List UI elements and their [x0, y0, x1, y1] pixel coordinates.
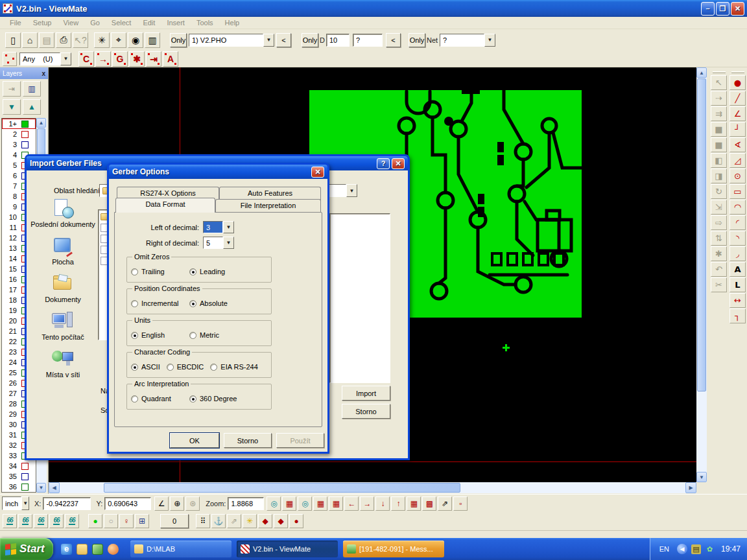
locate-origin-icon[interactable]: ⊛	[185, 496, 200, 511]
import-dialog-close-icon[interactable]: ✕	[392, 158, 405, 169]
layer-row[interactable]: 3	[2, 139, 36, 150]
cut-icon[interactable]: ✂	[711, 277, 727, 292]
task-alert[interactable]: [191-482-091] - Mess...	[343, 541, 444, 557]
draw-dimension-icon[interactable]: ↔	[729, 293, 746, 308]
horizontal-scroll-thumb[interactable]	[104, 483, 460, 493]
layer-scroll-down-icon[interactable]: ▼	[36, 483, 46, 493]
gerber-cancel-button[interactable]: Storno	[224, 433, 272, 448]
net-combo[interactable]: ?▼	[440, 34, 495, 47]
firefox-icon[interactable]	[108, 544, 119, 555]
right-of-decimal-combo[interactable]: 5▼	[203, 237, 234, 249]
print-icon[interactable]: ⎙	[56, 32, 71, 48]
toolbar-grip[interactable]	[713, 71, 726, 73]
menu-help[interactable]: Help	[219, 18, 246, 28]
layer-swatch[interactable]	[21, 473, 29, 480]
draw-arc-chord-icon[interactable]: ◞	[729, 246, 746, 261]
gerber-dialog-titlebar[interactable]: Gerber Options ✕	[109, 165, 327, 179]
layer-row[interactable]: 34	[2, 461, 36, 471]
nudge-icon[interactable]: ⇅	[711, 231, 727, 246]
scroll-down-icon[interactable]: ▼	[696, 472, 707, 482]
scroll-up-icon[interactable]: ▲	[696, 67, 707, 78]
crosshair-icon[interactable]: ⊕	[170, 496, 184, 511]
zoom-window-icon[interactable]: ◎	[298, 496, 312, 511]
pad-s-mode-icon[interactable]: ◆	[274, 514, 288, 528]
undo-curve-icon[interactable]: ↶	[711, 262, 727, 277]
minimize-button[interactable]: –	[701, 2, 715, 16]
collapse-tray-icon[interactable]: ◀	[677, 544, 687, 554]
layer-swatch[interactable]	[21, 141, 29, 148]
flip-horizontal-icon[interactable]: ◨	[711, 169, 727, 183]
toolbar-grip[interactable]	[731, 71, 744, 73]
place-recent-documents[interactable]: Poslední dokumenty	[30, 199, 95, 228]
move-dots-icon[interactable]: ⇉	[711, 106, 727, 121]
draw-pad-icon[interactable]: ●	[729, 75, 746, 90]
draw-text-icon[interactable]: A	[729, 262, 746, 277]
prev-dcode-button[interactable]: <	[386, 33, 401, 47]
measure-pin-icon[interactable]: ⌖	[111, 32, 126, 48]
place-documents[interactable]: Dokumenty	[30, 274, 95, 303]
vertical-scrollbar[interactable]: ▲ ▼	[696, 67, 707, 482]
move-circle-icon[interactable]: ⇢	[711, 91, 727, 106]
draw-corner-icon[interactable]: ┘	[729, 122, 746, 137]
draw-arc-icon[interactable]: ◠	[729, 200, 746, 215]
move-arrow-icon[interactable]: →	[95, 51, 111, 67]
import-cancel-button[interactable]: Storno	[342, 404, 390, 419]
dashed-move-icon[interactable]: ⇗	[227, 514, 241, 528]
ok-button[interactable]: OK	[170, 433, 219, 448]
draw-corner2-icon[interactable]: ┐	[729, 309, 746, 323]
pad-mode-icon[interactable]: ◆	[258, 514, 272, 528]
select-cursor-icon[interactable]: ↖	[711, 75, 727, 90]
clipboard-tray-icon[interactable]: ▤	[691, 544, 701, 554]
start-button[interactable]: Start	[0, 538, 53, 560]
step-grid-icon[interactable]: ▦	[407, 496, 421, 511]
task-active[interactable]: V2.bin - ViewMate	[237, 541, 338, 557]
layer-swatch[interactable]	[21, 121, 29, 128]
lamp-outline-icon[interactable]: ♀	[119, 514, 134, 528]
menu-tools[interactable]: Tools	[191, 18, 219, 28]
stretch-select-icon[interactable]: ⇗	[438, 496, 452, 511]
scroll-right-icon[interactable]: ▶	[685, 482, 696, 493]
layers-close-icon[interactable]: x	[42, 70, 45, 77]
only-layer-button[interactable]: Only	[170, 33, 187, 47]
dock-layer-icon[interactable]: ⇥	[3, 81, 21, 97]
tab-auto-features[interactable]: Auto Features	[219, 187, 321, 200]
menu-insert[interactable]: Insert	[161, 18, 191, 28]
draw-triangle-icon[interactable]: ◿	[729, 153, 746, 168]
radio-ebcdic[interactable]: EBCDIC	[167, 363, 204, 371]
only-net-button[interactable]: Only	[409, 33, 425, 47]
layer-row[interactable]: 2	[2, 129, 36, 139]
join-icon[interactable]: ⇥	[146, 51, 161, 67]
move-item-icon[interactable]: ⇨	[711, 215, 727, 230]
draw-line-icon[interactable]: ╱	[729, 91, 746, 106]
flash-star-icon[interactable]: ✱	[129, 51, 145, 67]
step-grid-x-icon[interactable]: ▩	[422, 496, 436, 511]
film-view-1-icon[interactable]: 66	[3, 514, 17, 528]
target-dot-icon[interactable]: ◉	[128, 32, 143, 48]
place-desktop[interactable]: Plocha	[30, 237, 95, 266]
menu-setup[interactable]: Setup	[27, 18, 58, 28]
g-code-icon[interactable]: G	[112, 51, 128, 67]
film-view-4-icon[interactable]: 66	[49, 514, 64, 528]
fill-square-2-icon[interactable]: ■	[711, 137, 727, 152]
settings-gear-icon[interactable]: ✱	[711, 246, 727, 261]
import-button[interactable]: Import	[342, 386, 390, 401]
radio-ascii[interactable]: ASCII	[131, 363, 160, 371]
icq-flower-icon[interactable]: ✿	[705, 544, 715, 554]
draw-circle-icon[interactable]: ⊙	[729, 169, 746, 183]
draw-polyline-icon[interactable]: ∠	[729, 106, 746, 121]
zoom-grid-icon[interactable]: ▦	[282, 496, 296, 511]
draw-arc-cw-icon[interactable]: ◝	[729, 231, 746, 246]
layer-table-icon[interactable]: ▥	[23, 81, 41, 97]
radio-trailing[interactable]: Trailing	[131, 268, 189, 275]
dot-grid-icon[interactable]: ⠿	[196, 514, 210, 528]
pan-down-icon[interactable]: ↓	[375, 496, 390, 511]
radio-metric[interactable]: Metric	[189, 331, 219, 339]
flash-mode-icon[interactable]: ✳	[243, 514, 257, 528]
draw-arc-ccw-icon[interactable]: ◜	[729, 215, 746, 230]
radio-quadrant[interactable]: Quadrant	[131, 395, 189, 402]
dialog-help-icon[interactable]: ?	[377, 158, 390, 169]
layer-swatch[interactable]	[21, 463, 29, 470]
book-icon[interactable]	[92, 544, 103, 555]
restore-button[interactable]: ❐	[716, 2, 729, 16]
draw-label-icon[interactable]: L	[729, 277, 746, 292]
